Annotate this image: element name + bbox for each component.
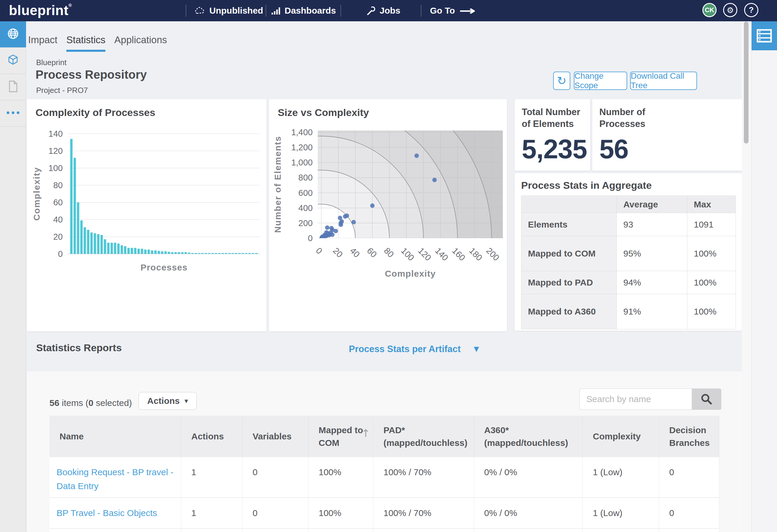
table-cell: [49, 529, 181, 532]
aggregate-cell: 94%: [617, 271, 687, 294]
column-header-a360-mapped-touchless[interactable]: A360* (mapped/touchless): [474, 416, 583, 457]
sidebar-item-globe[interactable]: [0, 21, 26, 48]
scatter-chart-title: Size vs Complexity: [278, 107, 369, 118]
table-cell: [659, 529, 719, 532]
help-icon: ?: [749, 6, 754, 15]
data-panel-button[interactable]: [752, 21, 777, 50]
right-rail: [752, 21, 777, 532]
column-header-name[interactable]: Name: [49, 416, 181, 457]
column-header-decision-branches[interactable]: Decision Branches: [659, 416, 719, 457]
cloud-icon: [194, 6, 206, 15]
table-cell: [373, 529, 474, 532]
gear-icon: ⚙: [727, 6, 734, 15]
chevron-down-icon[interactable]: ▼: [474, 345, 479, 353]
cube-icon: [6, 53, 19, 68]
download-call-tree-button[interactable]: Download Call Tree: [630, 72, 697, 90]
table-cell: [583, 529, 659, 532]
total-elements-label: Total Number of Elements: [522, 106, 584, 130]
search-icon: [700, 392, 713, 406]
svg-text:60: 60: [365, 246, 378, 259]
column-header-complexity[interactable]: Complexity: [583, 416, 659, 457]
aggregate-cell: Elements: [522, 213, 617, 236]
document-icon: [7, 80, 19, 94]
search-bar: [579, 389, 721, 410]
svg-text:100: 100: [48, 163, 63, 173]
sidebar-item-more[interactable]: [0, 100, 26, 127]
table-cell: 100% / 70%: [373, 498, 474, 529]
svg-text:400: 400: [299, 203, 313, 213]
avatar[interactable]: CK: [702, 3, 716, 17]
process-link[interactable]: BP Travel - Basic Objects: [49, 498, 181, 529]
report-selector[interactable]: Process Stats per Artifact: [349, 344, 461, 355]
nav-divider: [421, 5, 421, 17]
column-header-pad-mapped-touchless[interactable]: PAD* (mapped/touchless): [373, 416, 474, 457]
column-header-variables[interactable]: Variables: [242, 416, 309, 457]
globe-icon: [6, 27, 19, 41]
nav-item-jobs[interactable]: Jobs: [366, 0, 400, 21]
tab-impact[interactable]: Impact: [28, 34, 58, 52]
app-logo[interactable]: blueprint®: [9, 2, 72, 18]
reports-header-row: NameActionsVariablesMapped to COM↑PAD* (…: [49, 416, 719, 457]
svg-text:20: 20: [53, 232, 63, 242]
change-scope-button[interactable]: Change Scope: [574, 72, 627, 90]
arrow-right-icon: →: [459, 4, 476, 17]
sidebar-item-document[interactable]: [0, 74, 26, 100]
svg-text:Complexity: Complexity: [385, 269, 436, 278]
tab-bar: ImpactStatisticsApplications: [28, 34, 167, 52]
process-link[interactable]: Booking Request - BP travel - Data Entry: [49, 457, 181, 498]
help-button[interactable]: ?: [744, 3, 758, 17]
aggregate-cell: Mapped to PAD: [522, 271, 617, 294]
table-cell: 1 (Low): [583, 457, 659, 498]
settings-button[interactable]: ⚙: [723, 3, 737, 17]
nav-item-dashboards[interactable]: Dashboards: [271, 0, 336, 21]
vertical-scrollbar-thumb[interactable]: [744, 22, 749, 143]
tab-applications[interactable]: Applications: [114, 34, 167, 52]
table-row: [49, 529, 719, 532]
refresh-button[interactable]: ↻: [553, 72, 570, 90]
sort-ascending-icon[interactable]: ↑: [361, 426, 370, 441]
top-navbar: blueprint® UnpublishedDashboardsJobsGo T…: [0, 0, 777, 21]
aggregate-column-header: Max: [687, 196, 736, 213]
nav-divider: [341, 5, 341, 17]
sidebar-item-model[interactable]: [0, 48, 26, 74]
search-input[interactable]: [579, 389, 692, 410]
column-header-actions[interactable]: Actions: [181, 416, 242, 457]
actions-button[interactable]: Actions▾: [138, 392, 197, 410]
svg-text:160: 160: [450, 246, 467, 263]
table-row: BP Travel - Basic Objects10100%100% / 70…: [49, 498, 719, 529]
nav-item-unpublished[interactable]: Unpublished: [194, 0, 263, 21]
table-cell: 100%: [309, 457, 373, 498]
nav-item-goto[interactable]: Go To→: [430, 0, 473, 21]
aggregate-cell: 93: [617, 213, 687, 236]
page-title: Process Repository: [35, 68, 147, 81]
svg-text:80: 80: [382, 246, 396, 259]
svg-text:Processes: Processes: [140, 262, 188, 272]
svg-text:200: 200: [299, 218, 313, 228]
bar-chart-icon: [271, 6, 281, 15]
aggregate-cell: 91%: [617, 294, 687, 329]
table-panel-icon: [756, 29, 772, 43]
number-of-processes-card: Number of Processes 56: [592, 99, 742, 171]
breadcrumb: Blueprint: [36, 58, 67, 67]
svg-text:800: 800: [299, 173, 313, 182]
search-button[interactable]: [692, 389, 721, 410]
svg-text:600: 600: [299, 188, 313, 197]
table-cell: 1: [181, 498, 242, 529]
number-of-processes-label: Number of Processes: [599, 106, 677, 130]
aggregate-column-header: Average: [617, 196, 687, 213]
table-cell: 0% / 0%: [474, 457, 583, 498]
table-cell: 0: [242, 498, 309, 529]
tab-statistics[interactable]: Statistics: [66, 34, 105, 52]
wrench-icon: [366, 6, 376, 16]
table-cell: 0: [659, 498, 719, 529]
nav-divider: [265, 5, 266, 17]
table-cell: 100%: [309, 498, 373, 529]
column-header-mapped-to-com[interactable]: Mapped to COM↑: [309, 416, 373, 457]
aggregate-cell: 95%: [617, 236, 687, 271]
complexity-bar-chart: 020406080100120140ComplexityProcesses: [27, 99, 266, 332]
total-elements-card: Total Number of Elements 5,235: [515, 99, 590, 171]
items-count: 56 items (0 selected): [49, 398, 132, 408]
table-cell: [242, 529, 309, 532]
statistics-reports-title: Statistics Reports: [36, 342, 122, 354]
aggregate-cell: Mapped to A360: [522, 294, 617, 329]
